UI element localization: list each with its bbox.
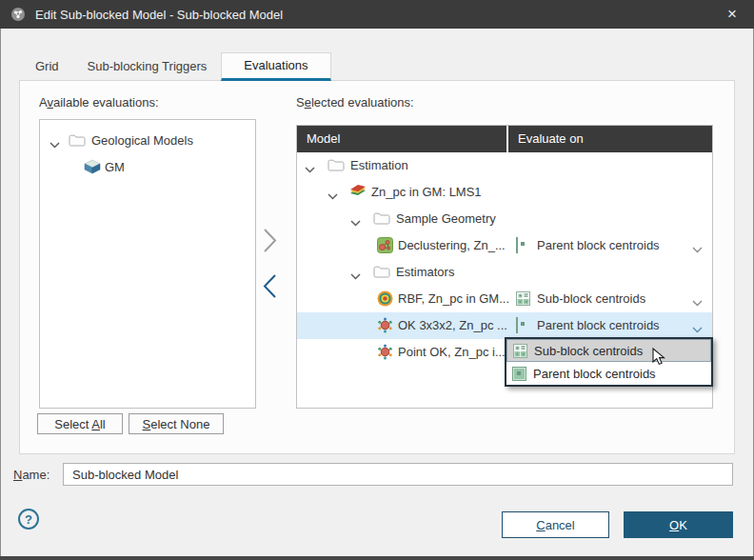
window-title: Edit Sub-blocked Model - Sub-blocked Mod… (35, 8, 283, 22)
mouse-cursor-icon (652, 348, 668, 370)
tree-item-geological-models[interactable]: Geological Models (40, 128, 255, 154)
dropdown-option-sub-block-centroids[interactable]: Sub-block centroids (506, 339, 711, 362)
folder-icon (69, 134, 86, 150)
label-post: ancel (546, 518, 575, 532)
tab-sub-blocking-triggers[interactable]: Sub-blocking Triggers (73, 52, 222, 81)
name-label: Name: (13, 468, 50, 482)
column-header-model: Model (297, 126, 506, 152)
table-row[interactable]: Sample Geometry (297, 206, 712, 232)
evaluate-on-combobox-open[interactable]: Parent block centroids (506, 312, 712, 339)
label-post: elect None (150, 417, 209, 431)
table-row[interactable]: Zn_pc in GM: LMS1 (297, 179, 712, 206)
tree-item-label: OK 3x3x2, Zn_pc ... (398, 312, 507, 339)
chevron-down-icon (692, 242, 703, 256)
folder-icon (327, 159, 345, 174)
table-row-selected[interactable]: OK 3x3x2, Zn_pc ... Parent block centroi… (297, 312, 712, 339)
label-key: e (305, 95, 311, 110)
chevron-left-icon (263, 273, 277, 299)
chevron-down-icon[interactable] (350, 215, 361, 230)
tab-grid[interactable]: Grid (21, 52, 73, 81)
dropdown-option-label: Parent block centroids (533, 367, 656, 381)
table-row[interactable]: Estimation (297, 152, 712, 179)
label-key: O (669, 518, 679, 532)
kriging-estimator-icon (377, 344, 393, 363)
chevron-down-icon (692, 295, 703, 310)
question-mark-icon: ? (25, 512, 32, 527)
evaluate-on-dropdown-list: Sub-block centroids Parent block centroi… (505, 337, 713, 387)
dropdown-option-parent-block-centroids[interactable]: Parent block centroids (506, 362, 711, 385)
move-right-button[interactable] (259, 226, 280, 254)
label-post: lected evaluations: (311, 95, 414, 110)
label-post: ame: (22, 468, 50, 482)
tree-item-label: Estimation (350, 152, 408, 179)
chevron-down-icon[interactable] (350, 269, 361, 283)
tree-item-label: Sample Geometry (396, 206, 496, 232)
tree-item-label: GM (105, 154, 125, 181)
column-header-evaluate-on: Evaluate on (506, 126, 712, 152)
label-pre: S (296, 95, 305, 110)
folder-icon (373, 212, 390, 228)
tree-item-gm[interactable]: GM (40, 154, 255, 181)
evaluations-tab-panel: Available evaluations: Geological Models… (19, 80, 735, 454)
available-evaluations-tree: Geological Models GM (39, 119, 256, 409)
move-left-button[interactable] (259, 271, 280, 300)
folder-icon (373, 266, 390, 281)
titlebar: Edit Sub-blocked Model - Sub-blocked Mod… (0, 0, 754, 29)
select-all-button[interactable]: Select All (37, 413, 123, 434)
table-header: Model Evaluate on (297, 126, 712, 152)
help-button[interactable]: ? (18, 509, 39, 530)
sub-block-centroids-icon (516, 291, 530, 309)
parent-block-centroids-icon (516, 317, 518, 333)
window-border-bottom (0, 556, 754, 560)
label-post: ailable evaluations: (53, 95, 159, 110)
numeric-model-icon (348, 184, 367, 202)
declustering-icon (377, 237, 393, 256)
tree-item-label: Declustering, Zn_... (398, 232, 506, 259)
dropdown-option-label: Sub-block centroids (534, 344, 643, 358)
chevron-down-icon[interactable] (305, 162, 315, 176)
table-row[interactable]: RBF, Zn_pc in GM... Sub-block centroids (297, 286, 712, 312)
chevron-down-icon (692, 322, 703, 336)
available-evaluations-label: Available evaluations: (39, 95, 159, 110)
parent-block-centroids-icon (516, 237, 518, 253)
kriging-estimator-icon (377, 317, 393, 336)
label-key: A (91, 417, 100, 431)
label-post: K (679, 518, 687, 532)
tree-item-label: RBF, Zn_pc in GM... (398, 286, 509, 312)
cancel-button[interactable]: Cancel (502, 511, 609, 538)
evaluate-on-value: Parent block centroids (537, 232, 660, 259)
evaluate-on-combobox[interactable]: Sub-block centroids (506, 286, 712, 312)
tab-evaluations[interactable]: Evaluations (221, 52, 330, 81)
label-post: ll (100, 417, 106, 431)
window-border-left (0, 29, 1, 556)
sub-blocked-model-icon (10, 7, 26, 22)
select-none-button[interactable]: Select None (129, 413, 224, 434)
close-icon[interactable]: × (710, 0, 754, 29)
tab-bar: Grid Sub-blocking Triggers Evaluations (21, 52, 331, 81)
tree-item-label: Estimators (396, 259, 454, 286)
chevron-right-icon (263, 228, 277, 253)
name-input[interactable] (63, 463, 733, 486)
selected-evaluations-label: Selected evaluations: (296, 95, 414, 110)
geological-model-cube-icon (84, 159, 101, 177)
label-pre: Select (54, 417, 91, 431)
tree-item-label: Point OK, Zn_pc i... (398, 339, 506, 366)
label-key: N (13, 468, 22, 482)
table-row[interactable]: Estimators (297, 259, 712, 286)
evaluate-on-value: Sub-block centroids (537, 286, 645, 312)
chevron-down-icon[interactable] (327, 189, 338, 203)
label-key: S (143, 417, 151, 431)
evaluate-on-combobox[interactable]: Parent block centroids (506, 232, 712, 259)
ok-button[interactable]: OK (624, 511, 733, 538)
parent-block-centroids-icon (512, 367, 526, 381)
table-row[interactable]: Declustering, Zn_... Parent block centro… (297, 232, 712, 259)
evaluate-on-value: Parent block centroids (537, 312, 660, 339)
chevron-down-icon[interactable] (50, 137, 60, 151)
sub-block-centroids-icon (513, 344, 527, 358)
tree-item-label: Geological Models (91, 128, 193, 154)
rbf-estimator-icon (377, 290, 393, 310)
tree-item-label: Zn_pc in GM: LMS1 (371, 179, 482, 206)
label-key: C (536, 518, 545, 532)
